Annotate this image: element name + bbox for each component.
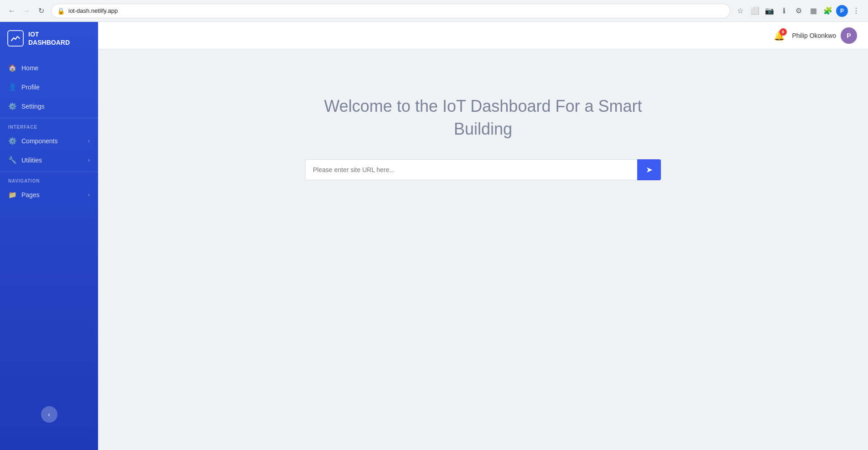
url-submit-button[interactable]: ➤: [637, 159, 661, 180]
sidebar-item-utilities-label: Utilities: [21, 157, 42, 164]
site-url-input[interactable]: [305, 159, 637, 180]
user-info[interactable]: Philip Okonkwo P: [792, 27, 858, 44]
home-icon: 🏠: [8, 64, 17, 72]
utilities-chevron-icon: ›: [88, 157, 90, 163]
info-button[interactable]: ℹ: [778, 5, 790, 17]
back-button[interactable]: ←: [5, 5, 18, 17]
sidebar-collapse-button[interactable]: ‹: [41, 406, 57, 423]
browser-nav-buttons: ← → ↻: [5, 5, 47, 17]
pages-icon: 📁: [8, 191, 17, 199]
cast-button[interactable]: ⬜: [748, 5, 761, 17]
components-icon: ⚙️: [8, 137, 17, 145]
navigation-section-label: NAVIGATION: [0, 174, 98, 185]
components-chevron-icon: ›: [88, 138, 90, 144]
main-content: 🔔 0 Philip Okonkwo P Welcome to the IoT …: [98, 22, 868, 450]
browser-actions: ☆ ⬜ 📷 ℹ ⚙ ▦ 🧩 P ⋮: [734, 5, 863, 17]
apps-button[interactable]: ▦: [807, 5, 820, 17]
welcome-area: Welcome to the IoT Dashboard For a Smart…: [98, 49, 868, 450]
sidebar-item-settings[interactable]: ⚙️ Settings: [0, 97, 98, 116]
sidebar-item-utilities[interactable]: 🔧 Utilities ›: [0, 151, 98, 170]
utilities-icon: 🔧: [8, 156, 17, 164]
pages-chevron-icon: ›: [88, 192, 90, 198]
settings-button[interactable]: ⚙: [792, 5, 805, 17]
notification-wrapper[interactable]: 🔔 0: [774, 30, 785, 41]
url-input-container: ➤: [305, 159, 661, 180]
nav-divider-navigation: [0, 172, 98, 172]
app-container: IOT DASHBOARD 🏠 Home 👤 Profile ⚙️ Settin…: [0, 22, 868, 450]
sidebar-item-components[interactable]: ⚙️ Components ›: [0, 131, 98, 151]
bookmark-button[interactable]: ☆: [734, 5, 747, 17]
top-header: 🔔 0 Philip Okonkwo P: [98, 22, 868, 49]
chrome-profile-avatar[interactable]: P: [836, 5, 848, 17]
browser-chrome: ← → ↻ 🔒 iot-dash.netlify.app ☆ ⬜ 📷 ℹ ⚙ ▦…: [0, 0, 868, 22]
sidebar-item-profile-label: Profile: [21, 84, 40, 91]
profile-icon: 👤: [8, 83, 17, 91]
nav-divider-interface: [0, 118, 98, 118]
sidebar-item-home[interactable]: 🏠 Home: [0, 58, 98, 78]
user-name: Philip Okonkwo: [792, 32, 837, 39]
reload-button[interactable]: ↻: [35, 5, 47, 17]
sidebar: IOT DASHBOARD 🏠 Home 👤 Profile ⚙️ Settin…: [0, 22, 98, 450]
sign-in-icon: ➤: [646, 165, 653, 175]
logo-text: IOT DASHBOARD: [28, 30, 70, 47]
screenshot-button[interactable]: 📷: [763, 5, 776, 17]
lock-icon: 🔒: [57, 7, 65, 15]
sidebar-item-home-label: Home: [21, 64, 38, 72]
logo-icon: [7, 30, 24, 47]
address-bar[interactable]: 🔒 iot-dash.netlify.app: [51, 4, 730, 18]
sidebar-logo: IOT DASHBOARD: [0, 22, 98, 55]
welcome-title: Welcome to the IoT Dashboard For a Smart…: [323, 95, 643, 141]
extensions-button[interactable]: 🧩: [821, 5, 834, 17]
sidebar-item-settings-label: Settings: [21, 103, 45, 110]
forward-button[interactable]: →: [20, 5, 33, 17]
url-text: iot-dash.netlify.app: [68, 7, 118, 14]
sidebar-nav: 🏠 Home 👤 Profile ⚙️ Settings INTERFACE ⚙…: [0, 55, 98, 450]
sidebar-item-components-label: Components: [21, 137, 57, 145]
sidebar-item-pages-label: Pages: [21, 191, 40, 199]
sidebar-item-profile[interactable]: 👤 Profile: [0, 78, 98, 97]
notification-badge: 0: [780, 28, 787, 36]
sidebar-item-pages[interactable]: 📁 Pages ›: [0, 185, 98, 204]
user-avatar: P: [841, 27, 857, 44]
menu-button[interactable]: ⋮: [850, 5, 863, 17]
interface-section-label: INTERFACE: [0, 120, 98, 131]
settings-icon: ⚙️: [8, 102, 17, 110]
